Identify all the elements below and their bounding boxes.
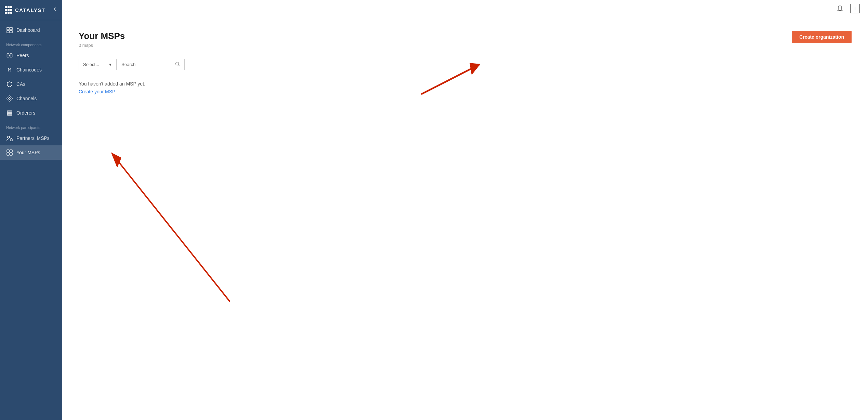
search-icon[interactable] — [175, 61, 180, 68]
cas-icon — [6, 81, 13, 88]
sidebar-item-label: Partners' MSPs — [16, 135, 50, 141]
orderers-icon — [6, 109, 13, 116]
notification-button[interactable] — [835, 4, 845, 13]
sidebar-item-label: Your MSPs — [16, 150, 40, 155]
channels-icon — [6, 95, 13, 102]
dashboard-icon — [6, 27, 13, 34]
empty-state-text: You haven't added an MSP yet. — [79, 81, 852, 87]
page-title-block: Your MSPs 0 msps — [79, 31, 125, 48]
svg-rect-17 — [7, 113, 12, 114]
create-organization-button[interactable]: Create organization — [792, 31, 852, 43]
annotation-arrows — [62, 17, 868, 420]
sidebar-item-dashboard[interactable]: Dashboard — [0, 23, 62, 37]
svg-rect-5 — [10, 54, 12, 57]
create-msp-link[interactable]: Create your MSP — [79, 89, 115, 94]
sidebar-nav: Dashboard Network components Peers — [0, 20, 62, 420]
chevron-down-icon: ▼ — [108, 63, 112, 67]
svg-rect-23 — [10, 153, 12, 155]
sidebar-item-label: Channels — [16, 96, 37, 101]
chaincodes-icon — [6, 66, 13, 73]
svg-rect-0 — [7, 27, 9, 30]
svg-rect-22 — [7, 153, 9, 155]
sidebar-item-peers[interactable]: Peers — [0, 48, 62, 63]
section-label-network-components: Network components — [0, 37, 62, 48]
svg-point-19 — [8, 136, 10, 138]
svg-rect-2 — [7, 30, 9, 33]
user-avatar[interactable]: I — [850, 4, 860, 13]
collapse-button[interactable] — [52, 6, 57, 14]
app-name: CATALYST — [15, 7, 45, 13]
content-area: Your MSPs 0 msps Create organization Sel… — [62, 17, 868, 420]
section-label-network-participants: Network participants — [0, 120, 62, 131]
svg-rect-4 — [7, 54, 9, 57]
sidebar: CATALYST Dashboard Network components — [0, 0, 62, 420]
filter-row: Select... ▼ — [79, 59, 852, 70]
filter-select[interactable]: Select... ▼ — [79, 59, 116, 70]
svg-line-25 — [179, 65, 180, 66]
peers-icon — [6, 52, 13, 59]
svg-point-9 — [9, 96, 10, 97]
page-title: Your MSPs — [79, 31, 125, 41]
sidebar-item-label: Peers — [16, 53, 29, 58]
annotation-layer — [62, 17, 868, 420]
svg-rect-20 — [7, 150, 9, 152]
sidebar-item-your-msps[interactable]: Your MSPs — [0, 145, 62, 160]
partners-msps-icon — [6, 135, 13, 142]
sidebar-header: CATALYST — [0, 0, 62, 20]
svg-line-28 — [112, 153, 230, 301]
sidebar-item-label: Orderers — [16, 110, 35, 116]
svg-point-8 — [7, 98, 8, 99]
search-input[interactable] — [120, 59, 175, 70]
sidebar-item-label: CAs — [16, 81, 25, 87]
svg-rect-21 — [10, 150, 12, 152]
search-box — [116, 59, 185, 70]
topbar: I — [62, 0, 868, 17]
sidebar-item-cas[interactable]: CAs — [0, 77, 62, 91]
sidebar-item-chaincodes[interactable]: Chaincodes — [0, 63, 62, 77]
svg-rect-16 — [7, 111, 12, 112]
svg-rect-3 — [10, 30, 12, 33]
app-logo: CATALYST — [5, 6, 45, 14]
your-msps-icon — [6, 149, 13, 156]
empty-state: You haven't added an MSP yet. Create you… — [79, 81, 852, 95]
main-content: I Your MSPs 0 msps Create organization S… — [62, 0, 868, 420]
page-subtitle: 0 msps — [79, 43, 125, 48]
sidebar-item-orderers[interactable]: Orderers — [0, 106, 62, 120]
svg-rect-18 — [7, 114, 12, 115]
sidebar-item-channels[interactable]: Channels — [0, 91, 62, 106]
sidebar-item-label: Dashboard — [16, 27, 40, 33]
page-header: Your MSPs 0 msps Create organization — [79, 31, 852, 48]
svg-rect-1 — [10, 27, 12, 30]
svg-point-10 — [11, 98, 12, 99]
logo-icon — [5, 6, 12, 14]
sidebar-item-label: Chaincodes — [16, 67, 42, 73]
sidebar-item-partners-msps[interactable]: Partners' MSPs — [0, 131, 62, 145]
select-placeholder: Select... — [83, 62, 99, 67]
svg-point-11 — [9, 100, 10, 101]
